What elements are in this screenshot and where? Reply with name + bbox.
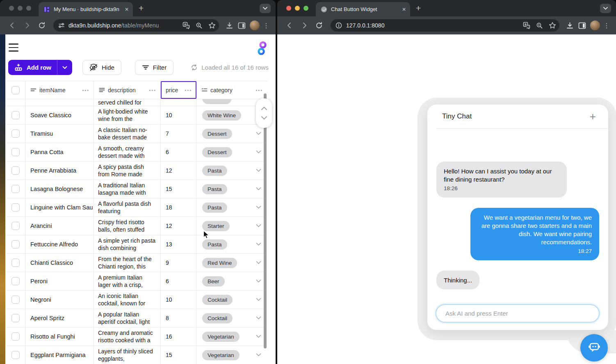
hamburger-menu-icon[interactable] <box>9 43 18 54</box>
tab-close-icon[interactable]: ✕ <box>125 7 129 12</box>
row-checkbox[interactable] <box>11 166 20 175</box>
row-checkbox[interactable] <box>11 259 20 267</box>
category-pill[interactable]: Pasta <box>202 202 227 213</box>
category-pill[interactable]: Dessert <box>202 147 232 157</box>
cell-item-name[interactable]: Lasagna Bolognese <box>25 180 94 198</box>
cell-description[interactable]: A light-bodied white wine from the <box>94 106 161 124</box>
chevron-down-icon[interactable] <box>256 261 261 264</box>
cell-description[interactable]: A traditional Italian lasagna made with <box>94 180 161 198</box>
cell-item-name[interactable]: Peroni <box>25 272 94 290</box>
bookmark-star-icon[interactable] <box>549 22 556 29</box>
category-pill[interactable]: Pasta <box>202 239 227 250</box>
browser-menu-icon[interactable]: ⋮ <box>603 22 610 30</box>
new-chat-icon[interactable]: + <box>590 111 596 122</box>
chevron-down-icon[interactable] <box>256 132 261 135</box>
sidebar-icon[interactable] <box>577 20 587 31</box>
hide-fields-button[interactable]: Hide <box>82 60 121 75</box>
row-checkbox[interactable] <box>11 314 20 322</box>
zoom-icon[interactable] <box>536 22 543 29</box>
site-settings-icon[interactable] <box>58 22 65 29</box>
cell-price[interactable]: 13 <box>161 235 196 253</box>
cell-price[interactable]: 15 <box>161 180 196 198</box>
new-tab-icon[interactable]: + <box>139 3 144 13</box>
profile-avatar[interactable] <box>250 20 260 30</box>
row-checkbox[interactable] <box>11 203 20 212</box>
cell-description[interactable]: A smooth, creamy dessert made with <box>94 143 161 161</box>
cell-price[interactable]: 6 <box>161 143 196 161</box>
traffic-lights[interactable] <box>286 6 308 11</box>
tab-search-chevron-icon[interactable] <box>600 4 611 13</box>
row-checkbox[interactable] <box>11 240 20 248</box>
tab-search-chevron-icon[interactable] <box>260 4 271 13</box>
tab-close-icon[interactable]: ✕ <box>402 7 406 12</box>
cell-description[interactable]: A simple yet rich pasta dish combining <box>94 235 161 253</box>
cell-price[interactable]: 10 <box>161 106 196 124</box>
cell-description[interactable]: served chilled for <box>94 99 161 106</box>
tab-my-menu[interactable]: My Menu · buildship-dkta9n ✕ <box>39 2 133 16</box>
column-header-itemname[interactable]: itemName ••• <box>25 81 94 99</box>
chevron-down-icon[interactable] <box>256 150 261 154</box>
row-checkbox[interactable] <box>11 130 20 138</box>
browser-menu-icon[interactable]: ⋮ <box>262 22 270 30</box>
chevron-down-icon[interactable] <box>256 224 261 228</box>
row-checkbox[interactable] <box>11 351 20 359</box>
category-pill[interactable]: Cocktail <box>202 313 233 323</box>
row-checkbox[interactable] <box>11 277 20 285</box>
traffic-lights[interactable] <box>9 6 31 11</box>
forward-icon[interactable] <box>21 19 34 32</box>
translate-icon[interactable] <box>523 22 530 29</box>
cell-item-name[interactable]: Fettuccine Alfredo <box>25 235 94 253</box>
cell-item-name[interactable]: Chianti Classico <box>25 254 94 272</box>
zoom-icon[interactable] <box>196 22 203 29</box>
cell-description[interactable]: A premium Italian lager with a crisp, <box>94 272 161 290</box>
category-pill[interactable]: Pasta <box>202 166 227 176</box>
chevron-down-icon[interactable] <box>256 353 261 357</box>
cell-price[interactable]: 8 <box>161 309 196 327</box>
category-pill-clipped[interactable] <box>202 99 232 104</box>
cell-item-name[interactable]: Tiramisu <box>25 125 94 143</box>
cell-description[interactable]: Layers of thinly sliced eggplants, <box>94 346 161 364</box>
cell-description[interactable]: An iconic Italian cocktail, known for <box>94 291 161 309</box>
cell-description[interactable]: A spicy pasta dish from Rome made <box>94 162 161 180</box>
back-icon[interactable] <box>6 19 19 32</box>
scroll-up-icon[interactable] <box>261 107 267 110</box>
cell-price[interactable]: 18 <box>161 198 196 216</box>
column-header-price-selected[interactable]: price ••• <box>161 81 196 99</box>
cell-item-name[interactable]: Penne Arrabbiata <box>25 162 94 180</box>
cell-item-name[interactable]: Negroni <box>25 291 94 309</box>
filter-button[interactable]: Filter <box>135 60 173 75</box>
chat-fab-button[interactable] <box>580 334 608 362</box>
reload-icon[interactable] <box>313 19 326 32</box>
cell-item-name[interactable]: Eggplant Parmigiana <box>25 346 94 364</box>
chat-input[interactable] <box>436 304 600 323</box>
category-pill[interactable]: Cocktail <box>202 295 233 305</box>
forward-icon[interactable] <box>298 19 311 32</box>
url-bar[interactable]: dkta9n.buildship.one/table/myMenu <box>53 19 219 32</box>
new-tab-icon[interactable]: + <box>416 3 421 13</box>
scroll-down-icon[interactable] <box>261 116 267 120</box>
cell-price[interactable]: 12 <box>161 162 196 180</box>
cell-price[interactable]: 6 <box>161 272 196 290</box>
row-checkbox[interactable] <box>11 111 20 119</box>
chevron-down-icon[interactable] <box>256 169 261 172</box>
sidebar-icon[interactable] <box>236 20 247 31</box>
cell-price[interactable]: 15 <box>161 346 196 364</box>
chevron-down-icon[interactable] <box>256 206 261 209</box>
column-header-description[interactable]: description ••• <box>94 81 161 99</box>
download-icon[interactable] <box>564 20 575 31</box>
row-checkbox[interactable] <box>11 148 20 156</box>
column-header-category[interactable]: category ••• <box>196 81 267 99</box>
chevron-down-icon[interactable] <box>256 280 261 283</box>
cell-price[interactable]: 7 <box>161 125 196 143</box>
cell-description[interactable]: Creamy and aromatic risotto cooked with … <box>94 328 161 346</box>
cell-item-name[interactable]: Aperol Spritz <box>25 309 94 327</box>
cell-description[interactable]: A flavorful pasta dish featuring <box>94 198 161 216</box>
category-pill[interactable]: Red Wine <box>202 258 237 268</box>
cell-item-name[interactable]: Panna Cotta <box>25 143 94 161</box>
chevron-down-icon[interactable] <box>256 335 261 338</box>
add-row-button[interactable]: Add row <box>8 60 72 75</box>
cell-description[interactable]: A classic Italian no-bake dessert made <box>94 125 161 143</box>
download-icon[interactable] <box>224 20 235 31</box>
select-all-checkbox[interactable] <box>11 86 20 94</box>
cell-item-name[interactable]: Linguine with Clam Sau <box>25 198 94 216</box>
